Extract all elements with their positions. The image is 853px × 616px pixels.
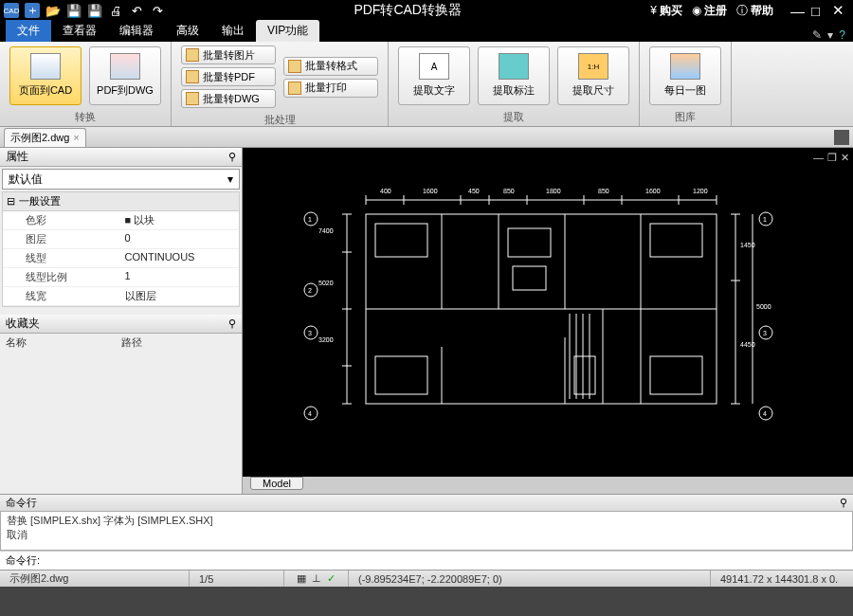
tab-vip[interactable]: VIP功能 (256, 20, 319, 42)
status-file: 示例图2.dwg (0, 571, 190, 587)
command-line: 取消 (7, 528, 846, 542)
status-mode-icons: ▦ ⊥ ✓ (284, 571, 349, 587)
saveas-icon[interactable]: 💾 (87, 3, 102, 18)
ortho-icon[interactable]: ✓ (327, 572, 336, 585)
grid-icon[interactable]: ▦ (297, 572, 306, 585)
tab-editor[interactable]: 编辑器 (108, 20, 165, 42)
svg-text:5020: 5020 (318, 280, 334, 286)
save-icon[interactable]: 💾 (66, 3, 82, 18)
svg-rect-13 (650, 224, 702, 257)
dropdown-icon[interactable]: ▾ (827, 28, 833, 42)
svg-text:5000: 5000 (756, 303, 771, 310)
extract-annot-button[interactable]: 提取标注 (478, 46, 550, 105)
prop-row[interactable]: 线型CONTINUOUS (3, 249, 239, 268)
pdf-to-dwg-button[interactable]: PDF到DWG (89, 46, 161, 105)
chevron-down-icon: ▾ (227, 172, 233, 186)
redo-icon[interactable]: ↷ (150, 3, 165, 18)
tab-output[interactable]: 输出 (210, 20, 256, 42)
command-input[interactable]: 命令行: (0, 551, 853, 570)
prop-row[interactable]: 色彩■ 以块 (3, 211, 239, 230)
favorites-pin-icon[interactable]: ⚲ (228, 317, 236, 330)
side-panel: 属性 ⚲ 默认值▾ ⊟一般设置 色彩■ 以块 图层0 线型CONTINUOUS … (0, 148, 243, 494)
viewport[interactable]: — ❐ ✕ (243, 148, 853, 477)
svg-rect-11 (508, 228, 551, 257)
app-title: PDF转CAD转换器 (165, 2, 650, 19)
batch-dwg-button[interactable]: 批量转DWG (181, 89, 276, 108)
command-header: 命令行 ⚲ (0, 494, 853, 511)
favorites-title: 收藏夹 (6, 316, 40, 332)
favorites-columns: 名称 路径 (0, 334, 242, 352)
buy-link[interactable]: ¥ 购买 (650, 3, 682, 19)
tab-advanced[interactable]: 高级 (165, 20, 210, 42)
close-icon[interactable]: ✕ (832, 2, 849, 19)
extract-text-button[interactable]: A提取文字 (398, 46, 470, 105)
prop-row[interactable]: 线型比例1 (3, 268, 239, 287)
ribbon-group-batch: 批量转图片 批量转PDF 批量转DWG 批量转格式 批量打印 批处理 (172, 42, 389, 126)
svg-text:1600: 1600 (645, 188, 661, 194)
doc-tab[interactable]: 示例图2.dwg × (4, 128, 86, 147)
batch-image-button[interactable]: 批量转图片 (181, 45, 276, 64)
svg-text:7400: 7400 (318, 227, 334, 234)
vp-close-icon[interactable]: ✕ (841, 152, 849, 164)
pdf-to-dwg-icon (110, 53, 140, 80)
prop-row[interactable]: 线宽以图层 (3, 287, 239, 306)
undo-icon[interactable]: ↶ (129, 3, 144, 18)
prop-row[interactable]: 图层0 (3, 230, 239, 249)
cad-icon[interactable]: CAD (4, 3, 19, 18)
svg-text:400: 400 (380, 188, 391, 194)
favorites-col-name: 名称 (6, 335, 121, 350)
batch-pdf-button[interactable]: 批量转PDF (181, 67, 276, 86)
menu-tabs: 文件 查看器 编辑器 高级 输出 VIP功能 ✎ ▾ ? (0, 21, 853, 42)
group-extract-label: 提取 (389, 109, 639, 126)
daily-image-button[interactable]: 每日一图 (649, 46, 721, 105)
svg-text:1: 1 (763, 216, 767, 223)
register-link[interactable]: ◉ 注册 (692, 3, 727, 19)
window-buttons: — □ ✕ (790, 2, 849, 19)
doc-tab-close-icon[interactable]: × (73, 132, 79, 143)
command-line: 替换 [SIMPLEX.shx] 字体为 [SIMPLEX.SHX] (7, 514, 846, 528)
properties-section[interactable]: ⊟一般设置 (3, 192, 239, 211)
batch-image-icon (186, 48, 199, 62)
extract-dim-button[interactable]: 1:H提取尺寸 (557, 46, 629, 105)
status-page: 1/5 (190, 571, 284, 587)
doc-tabs-menu-icon[interactable] (834, 130, 849, 145)
group-convert-label: 转换 (0, 109, 171, 126)
svg-rect-9 (375, 224, 427, 257)
minimize-icon[interactable]: — (790, 2, 808, 19)
vp-minimize-icon[interactable]: — (813, 152, 824, 164)
svg-text:3: 3 (308, 330, 312, 336)
batch-format-icon (288, 60, 301, 73)
extract-dim-icon: 1:H (578, 53, 608, 80)
pen-icon[interactable]: ✎ (812, 28, 822, 42)
svg-rect-12 (513, 266, 546, 290)
model-tab[interactable]: Model (250, 477, 303, 490)
new-icon[interactable]: ＋ (25, 3, 40, 18)
properties-pin-icon[interactable]: ⚲ (228, 151, 236, 163)
tab-viewer[interactable]: 查看器 (51, 20, 108, 42)
doc-tab-label: 示例图2.dwg (10, 131, 69, 145)
titlebar-right: ¥ 购买 ◉ 注册 ⓘ 帮助 — □ ✕ (650, 2, 849, 19)
page-to-cad-button[interactable]: 页面到CAD (9, 46, 82, 105)
batch-pdf-icon (186, 70, 199, 83)
properties-header: 属性 ⚲ (0, 148, 242, 167)
snap-icon[interactable]: ⊥ (312, 572, 321, 585)
svg-rect-15 (574, 356, 595, 394)
tab-file[interactable]: 文件 (6, 20, 51, 42)
maximize-icon[interactable]: □ (811, 2, 828, 19)
svg-text:1800: 1800 (546, 188, 561, 194)
page-to-cad-icon (30, 53, 61, 80)
command-pin-icon[interactable]: ⚲ (840, 497, 847, 509)
print-icon[interactable]: 🖨 (108, 3, 123, 18)
vp-restore-icon[interactable]: ❐ (827, 152, 837, 164)
pdf-to-dwg-label: PDF到DWG (97, 83, 154, 98)
properties-default-dropdown[interactable]: 默认值▾ (2, 169, 240, 190)
batch-print-icon (288, 82, 301, 95)
batch-print-button[interactable]: 批量打印 (283, 79, 378, 98)
group-batch-label: 批处理 (172, 112, 388, 129)
open-icon[interactable]: 📂 (45, 3, 61, 18)
collapse-icon: ⊟ (7, 195, 15, 208)
batch-format-button[interactable]: 批量转格式 (283, 57, 378, 76)
help-small-icon[interactable]: ? (839, 28, 845, 42)
help-link[interactable]: ⓘ 帮助 (736, 3, 773, 19)
document-tabs: 示例图2.dwg × (0, 127, 853, 148)
